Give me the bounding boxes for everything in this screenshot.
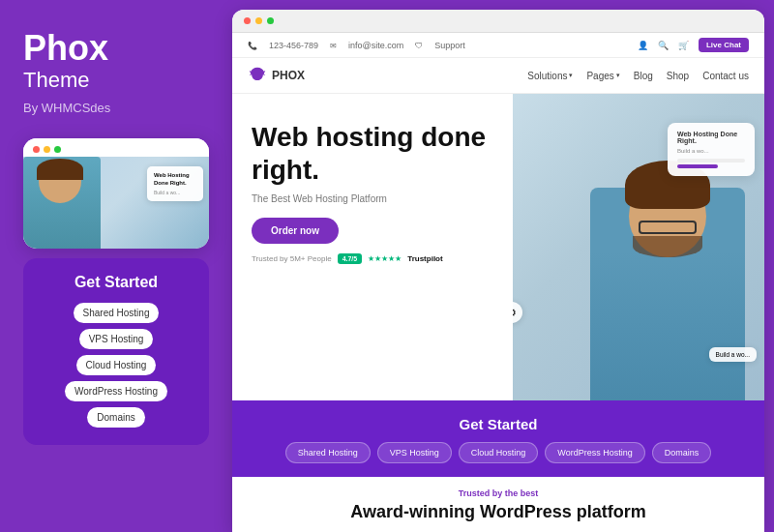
hero-ui-card-body: Build a wo... (677, 147, 745, 155)
site-logo: PHOX (248, 66, 305, 85)
get-started-tag[interactable]: WordPress Hosting (545, 442, 644, 463)
hero-right: Web Hosting Done Right. Build a wo... ⚙ … (513, 94, 764, 400)
hero-person-beard (633, 236, 702, 257)
get-started-section: Get Started Shared HostingVPS HostingClo… (232, 400, 764, 477)
mobile-mockup: Web Hosting Done Right. Build a wo... (23, 138, 209, 249)
trust-bar: Trusted by 5M+ People 4.7/5 ★★★★★ Trustp… (252, 253, 493, 264)
hero-ui-progress-bar (677, 159, 745, 163)
email-text: info@site.com (348, 41, 403, 50)
get-started-tag[interactable]: VPS Hosting (377, 442, 452, 463)
chevron-down-icon: ▾ (569, 72, 573, 79)
trustpilot-logo: Trustpilot (407, 254, 442, 263)
person-icon: 👤 (638, 41, 648, 50)
site-topbar: 123-456-789 info@site.com Support 👤 🔍 🛒 … (232, 33, 764, 58)
browser-dot-red (244, 17, 251, 24)
trust-text: Trusted by 5M+ People (252, 254, 332, 263)
support-icon (415, 41, 423, 50)
get-started-tag[interactable]: Cloud Hosting (459, 442, 539, 463)
brand-by: By WHMCSdes (23, 101, 209, 115)
left-panel: Phox Theme By WHMCSdes Web Hosting Done … (0, 0, 232, 532)
site-topbar-left: 123-456-789 info@site.com Support (248, 41, 465, 50)
browser-window: 123-456-789 info@site.com Support 👤 🔍 🛒 … (232, 10, 764, 532)
get-started-tag[interactable]: Domains (652, 442, 712, 463)
browser-content: 123-456-789 info@site.com Support 👤 🔍 🛒 … (232, 33, 764, 532)
hero-ui-progress-fill (677, 164, 718, 168)
nav-link[interactable]: Solutions▾ (527, 71, 573, 81)
mobile-card-title: Web Hosting Done Right. (154, 171, 196, 188)
phone-number: 123-456-789 (269, 41, 318, 50)
phone-icon (248, 41, 257, 50)
brand-subtitle: Theme (23, 68, 209, 93)
left-hosting-tag[interactable]: Domains (87, 407, 144, 428)
left-hosting-tag[interactable]: WordPress Hosting (65, 381, 167, 401)
get-started-title: Get Started (252, 416, 745, 432)
hero-ui-card-title: Web Hosting Done Right. (677, 131, 745, 144)
mobile-card-overlay: Web Hosting Done Right. Build a wo... (147, 166, 203, 201)
get-started-tag[interactable]: Shared Hosting (285, 442, 371, 463)
bottom-trusted-label: Trusted by the best (252, 488, 745, 498)
hero-left: Web hosting done right. The Best Web Hos… (232, 94, 513, 400)
dot-yellow (44, 146, 50, 153)
site-navbar: PHOX Solutions▾Pages▾BlogShopContact us (232, 58, 764, 94)
support-text: Support (434, 41, 465, 50)
hero-ui-build-card: Build a wo... (709, 347, 757, 362)
left-hosting-tag[interactable]: Shared Hosting (74, 303, 160, 323)
nav-link[interactable]: Pages▾ (586, 71, 619, 81)
hero-ui-card: Web Hosting Done Right. Build a wo... (668, 123, 755, 176)
bottom-headline: Award-winning WordPress platform (252, 502, 745, 522)
live-chat-button[interactable]: Live Chat (699, 38, 749, 52)
search-icon[interactable]: 🔍 (658, 41, 669, 50)
hero-headline: Web hosting done right. (252, 121, 493, 186)
nav-link[interactable]: Shop (667, 71, 689, 81)
left-get-started-card: Get Started Shared HostingVPS HostingClo… (23, 258, 209, 445)
bottom-award-section: Trusted by the best Award-winning WordPr… (232, 477, 764, 532)
left-hosting-tag[interactable]: VPS Hosting (79, 329, 154, 349)
mobile-topbar (23, 138, 209, 157)
right-panel: 123-456-789 info@site.com Support 👤 🔍 🛒 … (232, 0, 774, 532)
dot-red (33, 146, 40, 153)
site-nav-links: Solutions▾Pages▾BlogShopContact us (527, 71, 749, 81)
left-hosting-tag[interactable]: Cloud Hosting (76, 355, 157, 375)
mobile-person-hair (37, 159, 83, 180)
hero-gear-icon: ⚙ (513, 302, 522, 323)
cart-icon[interactable]: 🛒 (678, 41, 689, 50)
trust-rating: 4.7/5 (338, 253, 363, 264)
email-icon (330, 41, 337, 50)
browser-dot-yellow (255, 17, 262, 24)
fox-logo-icon (248, 66, 267, 85)
logo-text: PHOX (272, 69, 305, 82)
browser-dot-green (267, 17, 274, 24)
star-icon: ★★★★★ (368, 254, 402, 263)
chevron-down-icon: ▾ (616, 72, 620, 79)
nav-link[interactable]: Contact us (702, 71, 749, 81)
left-hosting-tags: Shared HostingVPS HostingCloud HostingWo… (37, 303, 195, 428)
mobile-card-subtitle: Build a wo... (154, 190, 196, 196)
dot-green (54, 146, 61, 153)
left-get-started-title: Get Started (37, 274, 195, 291)
hero-person-glasses (639, 221, 697, 234)
brand-title: Phox (23, 31, 209, 66)
mobile-hero-image: Web Hosting Done Right. Build a wo... (23, 157, 209, 249)
nav-link[interactable]: Blog (634, 71, 653, 81)
order-now-button[interactable]: Order now (252, 218, 339, 244)
get-started-tags: Shared HostingVPS HostingCloud HostingWo… (252, 442, 745, 463)
hero-subline: The Best Web Hosting Platform (252, 193, 493, 204)
browser-topbar (232, 10, 764, 33)
site-hero: Web hosting done right. The Best Web Hos… (232, 94, 764, 400)
site-topbar-right: 👤 🔍 🛒 Live Chat (638, 38, 749, 52)
